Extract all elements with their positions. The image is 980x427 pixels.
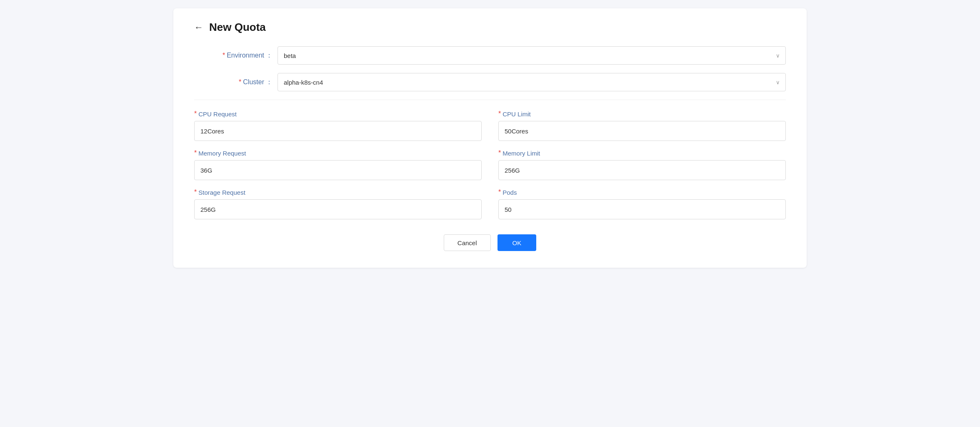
ok-button[interactable]: OK xyxy=(498,234,537,251)
cpu-limit-input[interactable] xyxy=(498,121,786,141)
pods-required-star: * xyxy=(498,188,501,196)
page-container: ← New Quota * Environment： beta producti… xyxy=(0,0,980,427)
environment-required-star: * xyxy=(222,52,225,59)
environment-field-row: * Environment： beta production staging d… xyxy=(194,46,786,65)
cpu-request-input[interactable] xyxy=(194,121,482,141)
cpu-limit-label-text: CPU Limit xyxy=(502,111,531,118)
fields-grid: * CPU Request * CPU Limit * Memory Reque… xyxy=(194,110,786,219)
cluster-field-row: * Cluster： alpha-k8s-cn4 beta-k8s-cn1 pr… xyxy=(194,73,786,91)
memory-request-label: * Memory Request xyxy=(194,149,482,157)
memory-request-label-text: Memory Request xyxy=(198,150,246,157)
page-header: ← New Quota xyxy=(194,21,786,34)
environment-control: beta production staging development ∨ xyxy=(278,46,786,65)
cluster-select-wrapper: alpha-k8s-cn4 beta-k8s-cn1 prod-k8s-cn2 … xyxy=(278,73,786,91)
pods-field: * Pods xyxy=(498,188,786,219)
cpu-request-label-text: CPU Request xyxy=(198,111,237,118)
storage-request-input[interactable] xyxy=(194,199,482,219)
pods-input[interactable] xyxy=(498,199,786,219)
page-title: New Quota xyxy=(209,21,266,34)
pods-label-text: Pods xyxy=(502,189,517,196)
memory-request-input[interactable] xyxy=(194,160,482,180)
memory-limit-input[interactable] xyxy=(498,160,786,180)
form-card: ← New Quota * Environment： beta producti… xyxy=(173,8,807,268)
memory-limit-field: * Memory Limit xyxy=(498,149,786,180)
divider xyxy=(194,100,786,100)
environment-select[interactable]: beta production staging development xyxy=(278,46,786,65)
form-actions: Cancel OK xyxy=(194,234,786,251)
cpu-request-field: * CPU Request xyxy=(194,110,482,141)
cpu-limit-required-star: * xyxy=(498,110,501,118)
memory-request-field: * Memory Request xyxy=(194,149,482,180)
environment-label: * Environment： xyxy=(194,51,278,60)
cluster-required-star: * xyxy=(239,78,241,86)
memory-limit-required-star: * xyxy=(498,149,501,157)
storage-request-label: * Storage Request xyxy=(194,188,482,196)
pods-label: * Pods xyxy=(498,188,786,196)
memory-limit-label: * Memory Limit xyxy=(498,149,786,157)
cluster-control: alpha-k8s-cn4 beta-k8s-cn1 prod-k8s-cn2 … xyxy=(278,73,786,91)
cluster-label-text: Cluster xyxy=(243,78,264,86)
memory-request-required-star: * xyxy=(194,149,197,157)
cluster-label: * Cluster： xyxy=(194,78,278,87)
cluster-select[interactable]: alpha-k8s-cn4 beta-k8s-cn1 prod-k8s-cn2 xyxy=(278,73,786,91)
cpu-request-required-star: * xyxy=(194,110,197,118)
environment-label-text: Environment xyxy=(227,52,264,59)
cpu-request-label: * CPU Request xyxy=(194,110,482,118)
back-button[interactable]: ← xyxy=(194,23,203,32)
cpu-limit-field: * CPU Limit xyxy=(498,110,786,141)
storage-request-label-text: Storage Request xyxy=(198,189,245,196)
storage-request-required-star: * xyxy=(194,188,197,196)
memory-limit-label-text: Memory Limit xyxy=(502,150,540,157)
cancel-button[interactable]: Cancel xyxy=(444,234,491,251)
storage-request-field: * Storage Request xyxy=(194,188,482,219)
environment-select-wrapper: beta production staging development ∨ xyxy=(278,46,786,65)
cpu-limit-label: * CPU Limit xyxy=(498,110,786,118)
